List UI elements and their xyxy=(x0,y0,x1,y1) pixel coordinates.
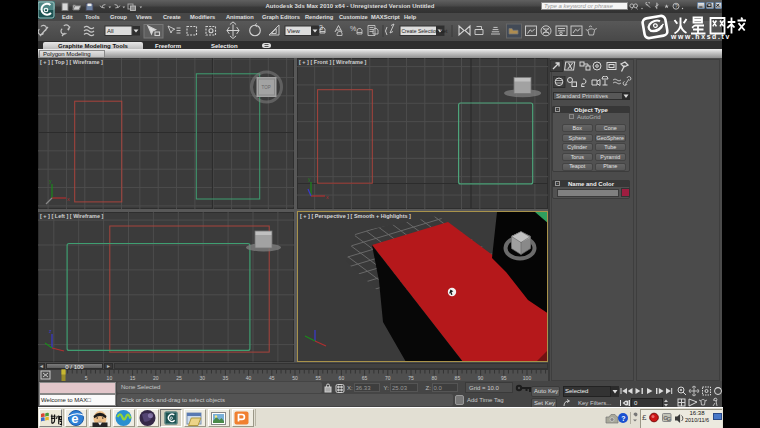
svg-text:40: 40 xyxy=(246,375,252,381)
svg-text:55: 55 xyxy=(315,375,321,381)
svg-text:50: 50 xyxy=(292,375,298,381)
svg-text:?: ? xyxy=(675,3,678,9)
svg-text:35: 35 xyxy=(223,375,229,381)
svg-text:£: £ xyxy=(642,413,647,422)
svg-text:x: x xyxy=(67,196,70,202)
svg-text:25: 25 xyxy=(176,375,182,381)
svg-text:z: z xyxy=(49,328,52,334)
svg-text:75: 75 xyxy=(408,375,414,381)
svg-text:5: 5 xyxy=(85,375,88,381)
svg-text:45: 45 xyxy=(269,375,275,381)
svg-text:www.hxsd.tv: www.hxsd.tv xyxy=(670,33,731,40)
svg-text:15: 15 xyxy=(130,375,136,381)
svg-text:View: View xyxy=(287,28,301,34)
svg-text:90: 90 xyxy=(478,375,484,381)
svg-text:95: 95 xyxy=(501,375,507,381)
svg-text:20: 20 xyxy=(153,375,159,381)
svg-text:e: e xyxy=(71,410,78,425)
svg-text:Create Selection Set: Create Selection Set xyxy=(402,28,448,34)
svg-text:y: y xyxy=(49,178,52,184)
svg-text:TOP: TOP xyxy=(262,85,271,90)
svg-text:?: ? xyxy=(621,415,625,422)
svg-text:60: 60 xyxy=(339,375,345,381)
svg-text:100: 100 xyxy=(523,375,532,381)
svg-text:10: 10 xyxy=(107,375,113,381)
svg-text:G: G xyxy=(666,415,671,421)
svg-text:All: All xyxy=(107,28,114,34)
svg-text:70: 70 xyxy=(385,375,391,381)
svg-text:%: % xyxy=(350,25,356,32)
svg-text:30: 30 xyxy=(199,375,205,381)
svg-text:80: 80 xyxy=(431,375,437,381)
svg-text:65: 65 xyxy=(362,375,368,381)
svg-text:85: 85 xyxy=(455,375,461,381)
